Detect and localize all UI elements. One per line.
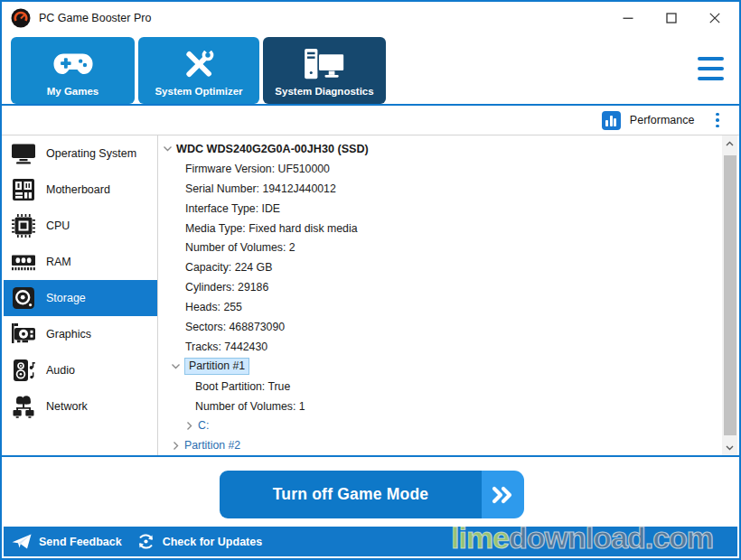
motherboard-icon: [12, 178, 35, 201]
performance-view-button[interactable]: Performance: [602, 111, 695, 130]
tab-system-optimizer[interactable]: System Optimizer: [138, 37, 259, 104]
status-bar: Send Feedback Check for Updates: [4, 527, 737, 556]
tree-node-volume-c[interactable]: C:: [158, 415, 724, 435]
tab-my-games[interactable]: My Games: [11, 37, 135, 104]
chevron-right-icon: [170, 440, 182, 452]
kebab-menu-icon: [716, 113, 719, 117]
game-mode-button-label: Turn off Game Mode: [220, 471, 482, 518]
tools-icon: [181, 45, 217, 83]
check-for-updates-button[interactable]: Check for Updates: [136, 532, 262, 551]
sidebar-item-label: Network: [46, 400, 88, 413]
sidebar-item-label: Motherboard: [46, 183, 110, 196]
scrollbar-thumb[interactable]: [724, 155, 736, 435]
tab-system-diagnostics[interactable]: System Diagnostics: [263, 37, 386, 104]
chevron-down-icon: [170, 360, 182, 372]
diagnostics-pc-icon: [303, 45, 346, 83]
chevron-up-icon: [726, 141, 734, 146]
maximize-icon: [666, 13, 677, 23]
tab-system-diagnostics-label: System Diagnostics: [275, 86, 373, 97]
sidebar-item-ram[interactable]: RAM: [4, 244, 157, 280]
app-window: PC Game Booster Pro My Games: [0, 0, 741, 560]
tree-property[interactable]: Serial Number: 19412J440012: [158, 179, 724, 199]
tree-property[interactable]: Boot Partition: True: [158, 377, 724, 397]
scroll-down-button[interactable]: [722, 440, 737, 455]
double-chevron-icon: [482, 471, 524, 518]
gpu-card-icon: [12, 322, 35, 346]
check-for-updates-label: Check for Updates: [163, 536, 262, 548]
update-arrows-icon: [136, 532, 155, 551]
more-options-button[interactable]: [714, 111, 721, 130]
hamburger-icon: [698, 57, 724, 61]
bar-chart-icon: [602, 111, 621, 130]
chevron-down-icon: [162, 143, 174, 154]
chevron-down-icon: [726, 445, 734, 451]
cpu-chip-icon: [12, 214, 35, 238]
sidebar-item-operating-system[interactable]: Operating System: [4, 135, 157, 172]
view-toolbar: Performance: [2, 106, 739, 135]
sidebar-item-label: CPU: [46, 219, 70, 232]
gamepad-icon: [52, 45, 94, 83]
storage-details-tree: WDC WDS240G2G0A-00JH30 (SSD) Firmware Ve…: [158, 135, 724, 455]
send-feedback-label: Send Feedback: [39, 536, 122, 548]
device-name: WDC WDS240G2G0A-00JH30 (SSD): [176, 143, 369, 155]
performance-label: Performance: [630, 114, 695, 126]
sidebar-item-label: Graphics: [46, 328, 91, 341]
minimize-icon: [623, 13, 633, 23]
title-bar: PC Game Booster Pro: [2, 2, 739, 34]
monitor-icon: [12, 142, 35, 165]
scroll-up-button[interactable]: [722, 135, 737, 151]
tree-property[interactable]: Firmware Version: UF510000: [158, 159, 724, 179]
tree-property[interactable]: Cylinders: 29186: [158, 277, 724, 297]
sidebar-item-label: Operating System: [46, 147, 136, 160]
content-separator: [2, 455, 739, 457]
sidebar-item-graphics[interactable]: Graphics: [4, 316, 157, 352]
network-cloud-icon: [12, 395, 35, 418]
close-button[interactable]: [699, 5, 730, 32]
tree-property[interactable]: Heads: 255: [158, 297, 724, 317]
sidebar-item-label: Storage: [46, 292, 86, 304]
speaker-icon: [12, 359, 35, 382]
sidebar-item-cpu[interactable]: CPU: [4, 208, 157, 244]
sidebar-item-label: RAM: [46, 256, 71, 268]
tree-property[interactable]: Number of Volumes: 1: [158, 397, 724, 416]
selected-tree-node: Partition #1: [184, 358, 249, 375]
sidebar-item-label: Audio: [46, 364, 75, 377]
minimize-button[interactable]: [613, 5, 643, 32]
tree-node-partition-2[interactable]: Partition #2: [158, 435, 724, 455]
tab-system-optimizer-label: System Optimizer: [155, 86, 242, 97]
ram-stick-icon: [12, 250, 35, 274]
sidebar-item-audio[interactable]: Audio: [4, 352, 157, 388]
sidebar-item-network[interactable]: Network: [4, 388, 157, 425]
window-title: PC Game Booster Pro: [39, 12, 151, 24]
sidebar-item-motherboard[interactable]: Motherboard: [4, 172, 157, 208]
chevron-right-icon: [183, 420, 195, 432]
tree-property[interactable]: Tracks: 7442430: [158, 337, 724, 357]
tree-property[interactable]: Capacity: 224 GB: [158, 257, 724, 277]
turn-off-game-mode-button[interactable]: Turn off Game Mode: [220, 471, 524, 518]
hamburger-menu-button[interactable]: [698, 57, 724, 80]
hard-drive-icon: [12, 286, 35, 310]
tab-my-games-label: My Games: [47, 86, 99, 97]
tree-node-device[interactable]: WDC WDS240G2G0A-00JH30 (SSD): [158, 139, 724, 159]
tree-node-partition-1[interactable]: Partition #1: [158, 357, 724, 377]
tree-property[interactable]: Sectors: 468873090: [158, 317, 724, 337]
app-logo-icon: [11, 8, 31, 28]
maximize-button[interactable]: [656, 5, 687, 32]
tree-property[interactable]: Interface Type: IDE: [158, 199, 724, 219]
close-icon: [709, 13, 720, 23]
vertical-scrollbar[interactable]: [722, 135, 737, 455]
window-controls: [613, 2, 730, 34]
send-feedback-button[interactable]: Send Feedback: [12, 534, 122, 549]
hardware-sidebar: Operating System Motherboard: [4, 135, 157, 455]
tree-property[interactable]: Media Type: Fixed hard disk media: [158, 219, 724, 238]
paper-plane-icon: [12, 534, 32, 549]
tree-property[interactable]: Number of Volumes: 2: [158, 238, 724, 257]
sidebar-item-storage[interactable]: Storage: [4, 280, 157, 316]
